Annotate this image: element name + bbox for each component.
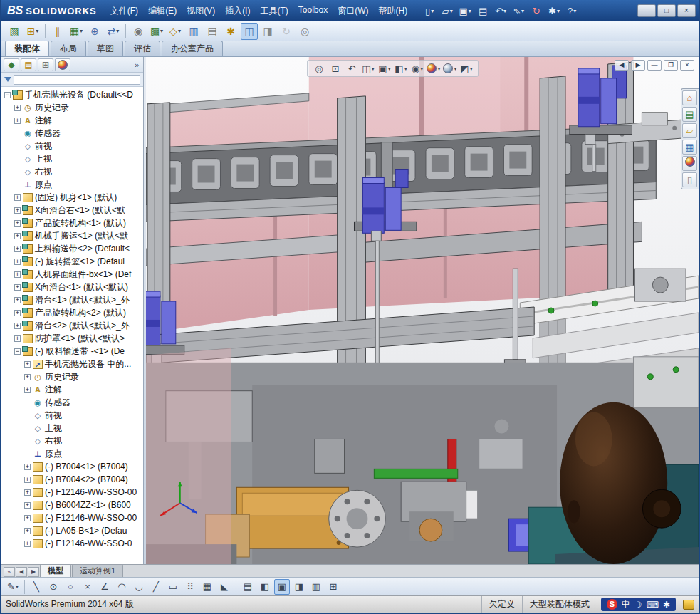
tree-row[interactable]: +(-) F12146-WW-SSO-0 [1, 537, 143, 550]
trim-tool-button[interactable]: × [80, 579, 95, 595]
commandmanager-tab[interactable]: 草图 [88, 41, 123, 56]
expand-minus-box[interactable]: − [4, 92, 11, 98]
display-style-button[interactable]: ◧▾ [394, 61, 408, 76]
section-display-button[interactable]: ◨ [291, 579, 307, 595]
tree-row[interactable]: +滑台<2> (默认<默认>_外 [1, 319, 143, 332]
propertymanager-tab-button[interactable]: ▤ [21, 58, 36, 71]
rectangle-tool-button[interactable]: ▭ [165, 579, 181, 595]
tree-row[interactable]: +(-) F12146-WW-SSO-00 [1, 511, 143, 524]
options-button[interactable]: ✱▾ [545, 2, 563, 19]
filter-funnel-icon[interactable] [4, 77, 11, 82]
expand-plus-box[interactable]: + [14, 207, 21, 214]
ime-fullwidth-mode-icon[interactable]: ☽ [634, 600, 642, 610]
menu-item[interactable]: 插入(I) [220, 2, 255, 20]
expand-plus-box[interactable]: + [14, 246, 21, 252]
menu-item[interactable]: 帮助(H) [373, 2, 412, 20]
commandmanager-tab[interactable]: 办公室产品 [162, 41, 223, 56]
help-button[interactable]: ?▾ [563, 2, 580, 19]
rebuild-button[interactable]: ↻ [528, 2, 545, 19]
save-document-button[interactable]: ▣▾ [456, 2, 474, 19]
tree-row[interactable]: +X向滑台<1> (默认<默认) [1, 281, 143, 293]
ellipse-tool-button[interactable]: ○ [63, 579, 78, 595]
tree-row[interactable]: +X向滑台右<1> (默认<默 [1, 204, 143, 217]
expand-minus-box[interactable]: − [14, 348, 21, 355]
expand-plus-box[interactable]: + [24, 502, 31, 509]
simulation-button[interactable]: ↻ [278, 23, 295, 40]
expand-plus-box[interactable]: + [24, 477, 31, 483]
tree-row[interactable]: +A注解 [1, 383, 143, 396]
view-palette-button[interactable]: ▦ [682, 140, 697, 155]
pattern-tool-button[interactable]: ▦ [199, 579, 215, 595]
previous-view-button[interactable]: ↶ [345, 61, 359, 76]
tree-row[interactable]: ◇上视 [1, 152, 143, 165]
tangent-arc-tool-button[interactable]: ◡ [131, 579, 147, 595]
standard-views-button[interactable]: ▤ [240, 579, 256, 595]
expand-plus-box[interactable]: + [24, 374, 31, 380]
custom-properties-button[interactable]: ▯ [682, 172, 697, 187]
tree-row[interactable]: ⊥原点 [1, 447, 143, 460]
show-hidden-components-button[interactable]: ◉ [130, 23, 147, 40]
insert-components-button[interactable]: ⊞▾ [24, 23, 41, 40]
expand-plus-box[interactable]: + [24, 464, 31, 470]
next-window-button[interactable]: ▶ [631, 60, 645, 71]
tree-row[interactable]: ◇前视 [1, 409, 143, 422]
menu-item[interactable]: 窗口(W) [333, 2, 373, 20]
open-document-button[interactable]: ▱▾ [439, 2, 456, 19]
expand-plus-box[interactable]: + [14, 284, 21, 291]
instant3d-button[interactable]: ◫ [241, 23, 258, 40]
tree-row[interactable]: +↗手机壳抛光设备 中的... [1, 358, 143, 370]
filter-input[interactable] [14, 75, 140, 85]
settings-icon[interactable] [683, 600, 694, 610]
reference-geometry-button[interactable]: ◇▾ [167, 23, 184, 40]
ime-toolbox-icon[interactable]: ✱ [663, 600, 670, 610]
bill-of-materials-button[interactable]: ▤ [204, 23, 221, 40]
tree-row[interactable]: ◇前视 [1, 140, 143, 152]
minimize-document-button[interactable]: — [647, 60, 662, 71]
tree-row[interactable]: ◉传感器 [1, 127, 143, 140]
tree-row[interactable]: ◇右视 [1, 165, 143, 178]
design-library-button[interactable]: ▤ [682, 107, 697, 122]
new-document-button[interactable]: ▯▾ [421, 2, 438, 19]
commandmanager-tab[interactable]: 装配体 [5, 41, 49, 56]
configurationmanager-tab-button[interactable]: ⊞ [38, 58, 53, 71]
expand-plus-box[interactable]: + [24, 489, 31, 496]
tree-row[interactable]: ◉传感器 [1, 396, 143, 409]
menu-item[interactable]: 文件(F) [105, 2, 143, 20]
circle-tool-button[interactable]: ⊙ [46, 579, 61, 595]
home-button[interactable]: ⌂ [682, 90, 697, 105]
menu-item[interactable]: 视图(V) [182, 2, 220, 20]
commandmanager-tab[interactable]: 布局 [51, 41, 86, 56]
model-tab[interactable]: 运动算例1 [72, 564, 123, 577]
tree-row[interactable]: −手机壳抛光设备 (Default<<D [1, 88, 143, 101]
tree-row[interactable]: +◷历史记录 [1, 370, 143, 383]
expand-plus-box[interactable]: + [14, 233, 21, 239]
sogou-logo-icon[interactable]: S [607, 599, 617, 610]
tree-row[interactable]: +A注解 [1, 114, 143, 127]
arc-tool-button[interactable]: ◠ [114, 579, 130, 595]
expand-plus-box[interactable]: + [14, 105, 21, 111]
tree-row[interactable]: +产品旋转机构<2> (默认) [1, 306, 143, 319]
expand-plus-box[interactable]: + [24, 387, 31, 393]
wireframe-view-button[interactable]: ◧ [257, 579, 273, 595]
tree-row[interactable]: +(-) LA05-B<1> (Defau [1, 524, 143, 537]
expand-plus-box[interactable]: + [24, 528, 31, 534]
panel-overflow-button[interactable]: » [135, 61, 141, 69]
undo-button[interactable]: ↶▾ [492, 2, 509, 19]
assembly-features-button[interactable]: ▩▾ [148, 23, 165, 40]
tree-row[interactable]: +◷历史记录 [1, 101, 143, 114]
tree-row[interactable]: +机械手搬运<1> (默认<默 [1, 229, 143, 242]
expand-plus-box[interactable]: + [24, 541, 31, 547]
view-orientation-button[interactable]: ▣▾ [377, 61, 392, 76]
expand-plus-box[interactable]: + [24, 361, 31, 368]
appearances-button[interactable] [682, 156, 697, 171]
tab-scroll-first-button[interactable]: « [4, 567, 15, 577]
tree-row[interactable]: ◇右视 [1, 435, 143, 447]
chamfer-tool-button[interactable]: ◣ [216, 579, 232, 595]
tree-row[interactable]: +(-) B7004<2> (B7004) [1, 473, 143, 486]
tree-row[interactable]: +(-) 旋转摇篮<1> (Defaul [1, 255, 143, 268]
tree-row[interactable]: −(-) 取料输送带 -<1> (De [1, 345, 143, 358]
menu-item[interactable]: 编辑(E) [143, 2, 182, 20]
edit-component-button[interactable]: ▧ [6, 23, 23, 40]
expand-plus-box[interactable]: + [14, 220, 21, 227]
tree-row[interactable]: +(固定) 机身<1> (默认) [1, 191, 143, 204]
